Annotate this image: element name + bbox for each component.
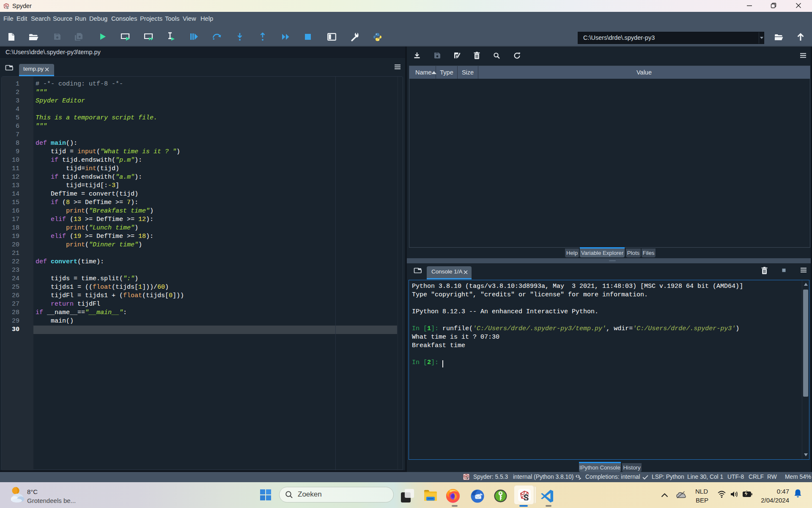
svg-text:S: S [6, 6, 8, 9]
svg-text:S: S [466, 476, 469, 480]
